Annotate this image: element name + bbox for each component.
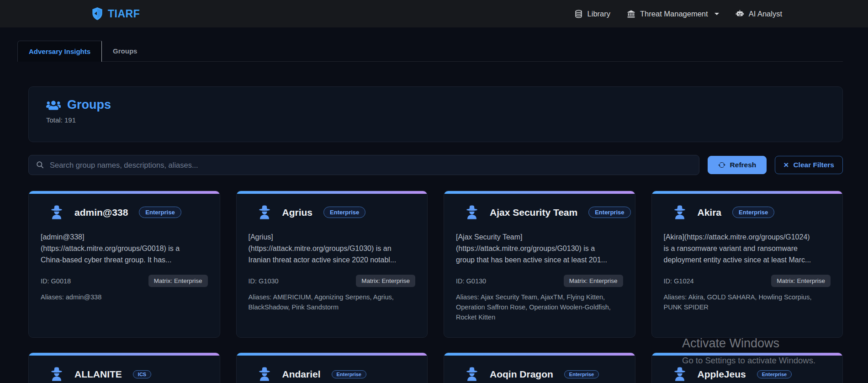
group-name: Aoqin Dragon bbox=[490, 369, 553, 380]
nav-item-label: AI Analyst bbox=[749, 10, 782, 18]
spy-icon bbox=[673, 205, 687, 220]
group-id: ID: G1024 bbox=[664, 277, 694, 285]
tab-bar: Adversary Insights Groups bbox=[17, 41, 843, 62]
domain-badge: Enterprise bbox=[332, 370, 366, 378]
domain-badge: ICS bbox=[133, 370, 151, 378]
search-icon bbox=[36, 160, 44, 169]
search-input[interactable] bbox=[28, 155, 699, 175]
group-card-admin338[interactable]: admin@338 Enterprise [admin@338] (https:… bbox=[28, 191, 220, 338]
group-description: [Agrius] (https://attack.mitre.org/group… bbox=[249, 232, 416, 266]
groups-header-card: Groups Total: 191 bbox=[28, 86, 843, 142]
close-icon: × bbox=[783, 160, 789, 169]
group-aliases: Aliases: admin@338 bbox=[41, 293, 208, 303]
matrix-badge: Matrix: Enterprise bbox=[771, 275, 831, 287]
group-card-applejeus[interactable]: AppleJeus Enterprise bbox=[651, 352, 843, 383]
group-name: Agrius bbox=[282, 207, 313, 218]
brand-name: TIARF bbox=[108, 8, 140, 20]
spy-icon bbox=[258, 205, 271, 220]
brand-logo[interactable]: TIARF bbox=[91, 7, 140, 21]
group-description: [admin@338] (https://attack.mitre.org/gr… bbox=[41, 232, 208, 266]
matrix-badge: Matrix: Enterprise bbox=[356, 275, 415, 287]
group-name: AppleJeus bbox=[698, 369, 746, 380]
tab-adversary-insights[interactable]: Adversary Insights bbox=[17, 41, 102, 62]
group-aliases: Aliases: Ajax Security Team, AjaxTM, Fly… bbox=[456, 293, 623, 322]
group-name: Andariel bbox=[282, 369, 321, 380]
group-name: admin@338 bbox=[74, 207, 128, 218]
clear-filters-label: Clear Filters bbox=[793, 161, 834, 169]
domain-badge: Enterprise bbox=[588, 207, 630, 218]
domain-badge: Enterprise bbox=[323, 207, 365, 218]
domain-badge: Enterprise bbox=[757, 370, 792, 378]
group-name: Akira bbox=[698, 207, 722, 218]
nav-item-label: Library bbox=[587, 10, 610, 18]
spy-icon bbox=[465, 367, 479, 382]
domain-badge: Enterprise bbox=[732, 207, 774, 218]
chevron-down-icon bbox=[715, 13, 719, 15]
page-title: Groups bbox=[67, 98, 111, 112]
bank-icon bbox=[627, 10, 635, 18]
nav-item-ai-analyst[interactable]: AI Analyst bbox=[736, 10, 782, 18]
refresh-icon bbox=[718, 161, 725, 169]
group-card-andariel[interactable]: Andariel Enterprise bbox=[236, 352, 428, 383]
group-description: [Akira](https://attack.mitre.org/groups/… bbox=[664, 232, 831, 266]
matrix-badge: Matrix: Enterprise bbox=[564, 275, 623, 287]
shield-icon bbox=[91, 7, 103, 21]
total-count: Total: 191 bbox=[46, 116, 825, 124]
group-card-akira[interactable]: Akira Enterprise [Akira](https://attack.… bbox=[651, 191, 843, 338]
tab-groups[interactable]: Groups bbox=[102, 41, 148, 61]
group-id: ID: G0018 bbox=[41, 277, 71, 285]
search-toolbar: Refresh × Clear Filters bbox=[28, 155, 843, 175]
nav-item-label: Threat Management bbox=[640, 10, 708, 18]
groups-grid: admin@338 Enterprise [admin@338] (https:… bbox=[28, 191, 843, 383]
domain-badge: Enterprise bbox=[564, 370, 599, 378]
matrix-badge: Matrix: Enterprise bbox=[148, 275, 208, 287]
group-name: Ajax Security Team bbox=[490, 207, 577, 218]
group-card-ajax-security-team[interactable]: Ajax Security Team Enterprise [Ajax Secu… bbox=[444, 191, 635, 338]
database-icon bbox=[574, 10, 583, 18]
top-navbar: TIARF Library Threat Management bbox=[0, 0, 868, 27]
clear-filters-button[interactable]: × Clear Filters bbox=[775, 156, 843, 174]
spy-icon bbox=[50, 205, 64, 220]
nav-item-library[interactable]: Library bbox=[574, 10, 610, 18]
spy-icon bbox=[673, 367, 687, 382]
group-aliases: Aliases: AMERICIUM, Agonizing Serpens, A… bbox=[249, 293, 416, 313]
domain-badge: Enterprise bbox=[139, 207, 181, 218]
spy-icon bbox=[465, 205, 479, 220]
users-icon bbox=[46, 99, 61, 111]
spy-icon bbox=[50, 367, 64, 382]
refresh-label: Refresh bbox=[730, 161, 757, 169]
nav-item-threat-management[interactable]: Threat Management bbox=[627, 10, 719, 18]
group-card-agrius[interactable]: Agrius Enterprise [Agrius] (https://atta… bbox=[236, 191, 428, 338]
refresh-button[interactable]: Refresh bbox=[708, 156, 767, 174]
group-description: [Ajax Security Team] (https://attack.mit… bbox=[456, 232, 623, 266]
spy-icon bbox=[258, 367, 271, 382]
group-id: ID: G1030 bbox=[249, 277, 279, 285]
group-card-aoqin-dragon[interactable]: Aoqin Dragon Enterprise bbox=[444, 352, 635, 383]
group-name: ALLANITE bbox=[74, 369, 122, 380]
group-card-allanite[interactable]: ALLANITE ICS bbox=[28, 352, 220, 383]
group-aliases: Aliases: Akira, GOLD SAHARA, Howling Sco… bbox=[664, 293, 831, 313]
group-id: ID: G0130 bbox=[456, 277, 486, 285]
robot-icon bbox=[736, 10, 744, 18]
